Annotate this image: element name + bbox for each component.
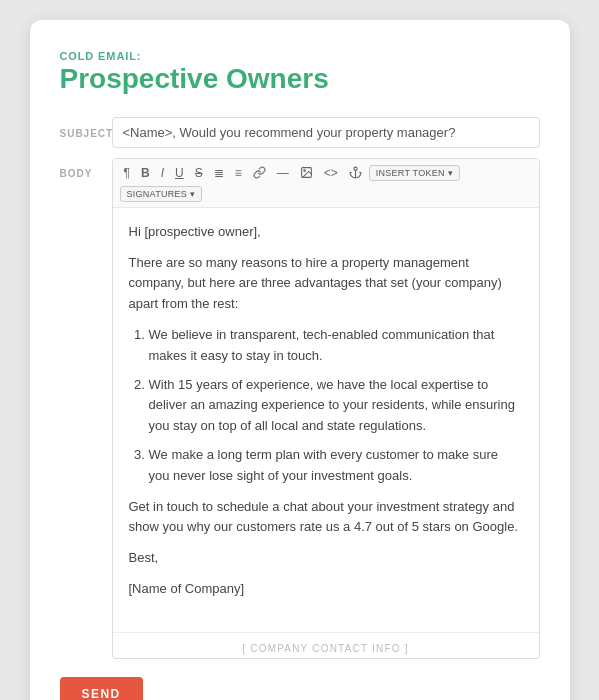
greeting: Hi [prospective owner],	[129, 222, 523, 243]
editor-body[interactable]: Hi [prospective owner], There are so man…	[113, 208, 539, 624]
hr-btn[interactable]: —	[273, 165, 293, 181]
link-btn[interactable]	[249, 164, 270, 183]
signature: [Name of Company]	[129, 579, 523, 600]
editor-wrapper: ¶ B I U S ≣ ≡ — <>	[112, 158, 540, 659]
email-card: COLD EMAIL: Prospective Owners SUBJECT B…	[30, 20, 570, 700]
bold-btn[interactable]: B	[137, 165, 154, 181]
list-item: With 15 years of experience, we have the…	[149, 375, 523, 437]
signatures-btn[interactable]: SIGNATURES ▾	[120, 186, 203, 202]
cta-text: Get in touch to schedule a chat about yo…	[129, 497, 523, 539]
card-header: COLD EMAIL: Prospective Owners	[60, 50, 540, 95]
underline-btn[interactable]: U	[171, 165, 188, 181]
insert-token-btn[interactable]: INSERT TOKEN ▾	[369, 165, 460, 181]
subject-input[interactable]	[112, 117, 540, 148]
anchor-btn[interactable]	[345, 164, 366, 183]
cold-email-label: COLD EMAIL:	[60, 50, 540, 62]
closing: Best,	[129, 548, 523, 569]
email-title: Prospective Owners	[60, 64, 540, 95]
bullet-list-btn[interactable]: ≡	[231, 165, 246, 181]
ordered-list-btn[interactable]: ≣	[210, 165, 228, 181]
intro: There are so many reasons to hire a prop…	[129, 253, 523, 315]
list-item: We make a long term plan with every cust…	[149, 445, 523, 487]
editor-toolbar: ¶ B I U S ≣ ≡ — <>	[113, 159, 539, 208]
paragraph-btn[interactable]: ¶	[120, 165, 134, 181]
subject-label: SUBJECT	[60, 126, 112, 139]
svg-point-1	[303, 170, 305, 172]
body-section: BODY ¶ B I U S ≣ ≡ — <>	[60, 158, 540, 659]
body-list: We believe in transparent, tech-enabled …	[149, 325, 523, 487]
code-btn[interactable]: <>	[320, 165, 342, 181]
body-label: BODY	[60, 158, 112, 179]
subject-row: SUBJECT	[60, 117, 540, 148]
send-button[interactable]: SEND	[60, 677, 143, 700]
strikethrough-btn[interactable]: S	[191, 165, 207, 181]
image-btn[interactable]	[296, 164, 317, 183]
company-contact-footer: [ COMPANY CONTACT INFO ]	[113, 632, 539, 658]
italic-btn[interactable]: I	[157, 165, 168, 181]
svg-point-2	[354, 167, 357, 170]
list-item: We believe in transparent, tech-enabled …	[149, 325, 523, 367]
